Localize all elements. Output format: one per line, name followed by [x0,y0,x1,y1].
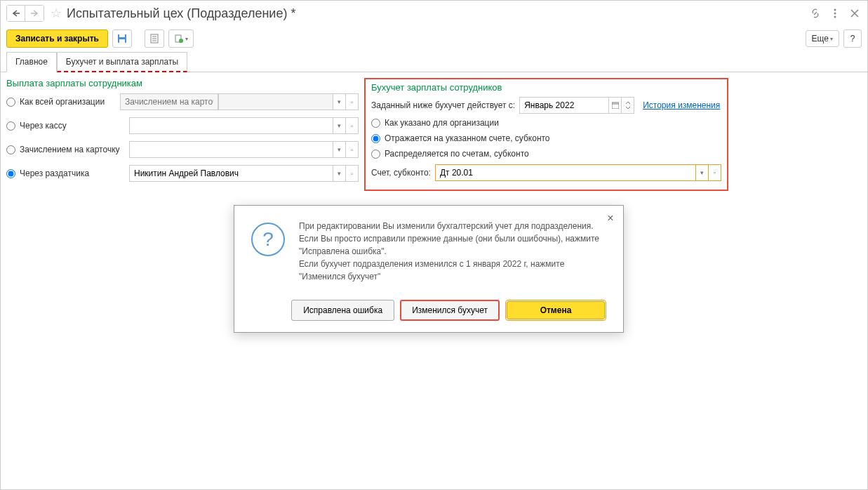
svg-rect-14 [612,102,619,109]
radio-distributor[interactable]: Через раздатчика [6,168,129,178]
radio-card-input[interactable] [6,145,15,154]
help-button[interactable]: ? [843,29,862,48]
svg-point-3 [834,13,836,15]
document-button[interactable] [145,29,164,48]
more-button[interactable]: Еще ▾ [806,30,839,47]
accounting-title: Бухучет зарплаты сотрудников [371,82,721,93]
question-icon: ? [251,223,285,256]
history-link[interactable]: История изменения [643,100,720,110]
radio-distributor-input[interactable] [6,169,15,178]
card-open-icon[interactable]: ▫ [346,141,359,158]
account-open-icon[interactable]: ▫ [709,164,721,181]
as-org-input2 [218,93,333,110]
kebab-menu-icon[interactable] [828,6,842,20]
radio-as-org[interactable]: Как всей организации [6,97,120,107]
more-label: Еще [812,34,829,44]
salary-payment-section: Выплата зарплаты сотрудникам Как всей ор… [6,78,364,191]
titlebar: ☆ Испытательный цех (Подразделение) * [1,1,867,26]
link-icon[interactable] [808,6,822,20]
cash-dropdown-icon[interactable]: ▾ [333,117,346,134]
distributor-open-icon[interactable]: ▫ [346,165,359,182]
cash-input[interactable] [129,117,333,134]
svg-point-13 [179,39,183,43]
radio-acc-as-org-input[interactable] [371,119,380,128]
tab-accounting[interactable]: Бухучет и выплата зарплаты [57,52,187,72]
radio-cash-input[interactable] [6,121,15,131]
radio-distributor-label: Через раздатчика [20,168,89,178]
account-dropdown-icon[interactable]: ▾ [696,164,709,181]
card-input[interactable] [129,141,333,158]
radio-acc-distributed-label: Распределяется по счетам, субконто [385,149,529,159]
changed-accounting-button[interactable]: Изменился бухучет [400,300,500,321]
cancel-button[interactable]: Отмена [507,301,605,319]
confirm-dialog: × ? При редактировании Вы изменили бухга… [234,205,624,333]
radio-acc-as-org[interactable]: Как указано для организации [371,118,721,128]
as-org-input [120,93,218,110]
dialog-close-icon[interactable]: × [603,211,617,225]
radio-as-org-input[interactable] [6,98,15,107]
radio-acc-as-org-label: Как указано для организации [385,118,499,128]
distributor-input[interactable] [129,165,333,182]
as-org-dropdown-icon[interactable]: ▾ [333,93,346,110]
back-button[interactable] [7,6,25,21]
svg-point-2 [834,9,836,11]
radio-cash[interactable]: Через кассу [6,121,129,131]
svg-rect-6 [119,34,125,37]
svg-rect-7 [119,39,125,43]
radio-acc-account[interactable]: Отражается на указанном счете, субконто [371,133,721,143]
tabs: Главное Бухучет и выплата зарплаты [1,51,867,72]
attach-dropdown-button[interactable]: ▾ [168,29,194,48]
radio-as-org-label: Как всей организации [20,97,105,107]
spinner-icon[interactable] [622,97,634,114]
tab-main[interactable]: Главное [6,52,57,72]
radio-card-label: Зачислением на карточку [20,145,120,154]
page-title: Испытательный цех (Подразделение) * [67,6,808,21]
account-input[interactable] [435,164,696,181]
radio-acc-account-label: Отражается на указанном счете, субконто [385,133,550,143]
cancel-button-wrap: Отмена [505,300,606,321]
effective-date-input[interactable] [519,97,609,114]
calendar-icon[interactable] [609,97,622,114]
accounting-section: Бухучет зарплаты сотрудников Заданный ни… [364,78,728,191]
save-button[interactable] [112,29,132,48]
distributor-dropdown-icon[interactable]: ▾ [333,165,346,182]
close-icon[interactable] [848,6,862,20]
radio-cash-label: Через кассу [20,121,67,131]
radio-acc-distributed-input[interactable] [371,150,380,159]
dialog-line3: Если бухучет подразделения изменился с 1… [299,258,606,283]
radio-acc-distributed[interactable]: Распределяется по счетам, субконто [371,149,721,159]
dialog-text: При редактировании Вы изменили бухгалтер… [299,220,606,283]
account-label: Счет, субконто: [371,168,431,178]
svg-point-4 [834,16,836,18]
salary-payment-title: Выплата зарплаты сотрудникам [6,78,359,88]
toolbar: Записать и закрыть ▾ Еще ▾ ? [1,26,867,51]
radio-card[interactable]: Зачислением на карточку [6,145,129,154]
favorite-star-icon[interactable]: ☆ [48,6,64,21]
radio-acc-account-input[interactable] [371,134,380,143]
save-close-button[interactable]: Записать и закрыть [6,29,108,48]
fixed-error-button[interactable]: Исправлена ошибка [291,300,394,321]
effective-date-label: Заданный ниже бухучет действует с: [371,100,515,110]
card-dropdown-icon[interactable]: ▾ [333,141,346,158]
dialog-line2: Если Вы просто исправили прежние данные … [299,232,606,258]
window: ☆ Испытательный цех (Подразделение) * За… [0,0,868,490]
nav-arrows [6,5,44,22]
cash-open-icon[interactable]: ▫ [346,117,359,134]
content: Выплата зарплаты сотрудникам Как всей ор… [1,72,867,197]
as-org-open-icon[interactable]: ▫ [346,93,359,110]
dialog-line1: При редактировании Вы изменили бухгалтер… [299,220,606,232]
forward-button[interactable] [25,6,44,21]
